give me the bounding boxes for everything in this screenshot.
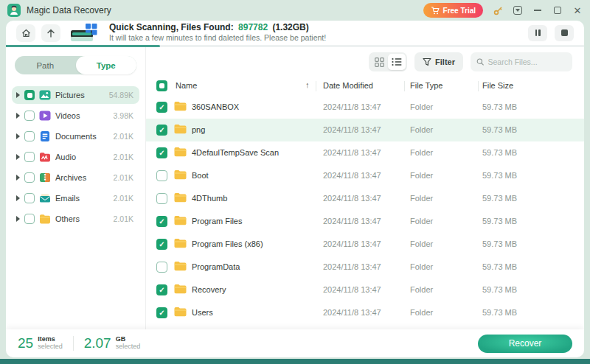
- scan-status-subtitle: It will take a few minutes to find dalet…: [109, 33, 326, 43]
- grid-view-icon: [375, 57, 384, 67]
- checkbox[interactable]: [156, 125, 167, 136]
- home-button[interactable]: [16, 24, 35, 42]
- pictures-icon: [39, 89, 51, 101]
- close-button[interactable]: ✕: [572, 5, 583, 15]
- sidebar-item-count: 2.01K: [114, 132, 133, 141]
- view-toggle: [369, 52, 407, 71]
- filter-icon: [423, 57, 431, 66]
- checkbox[interactable]: [24, 131, 35, 141]
- search-input[interactable]: [487, 57, 566, 66]
- recover-button[interactable]: Recover: [478, 335, 572, 353]
- checkbox[interactable]: [24, 152, 35, 162]
- sidebar-item-label: Videos: [55, 111, 109, 120]
- column-header-name[interactable]: Name: [176, 81, 197, 90]
- tab-type[interactable]: Type: [76, 56, 137, 74]
- minimize-button[interactable]: [532, 5, 543, 15]
- checkbox[interactable]: [24, 193, 35, 203]
- folder-icon: [174, 284, 187, 294]
- column-header-type[interactable]: File Type: [410, 81, 442, 90]
- sidebar-item-videos[interactable]: Videos 3.98K: [12, 107, 139, 125]
- audio-icon: [39, 151, 51, 163]
- maximize-button[interactable]: [552, 5, 563, 15]
- videos-icon: [39, 110, 51, 122]
- search-box: [471, 52, 572, 71]
- expander-icon[interactable]: [16, 216, 20, 222]
- grid-view-button[interactable]: [370, 54, 388, 70]
- table-row[interactable]: 4DThumb 2024/11/8 13:47 Folder 59.73 MB: [146, 187, 584, 210]
- sidebar-item-archives[interactable]: Archives 2.01K: [12, 169, 139, 186]
- stop-scan-button[interactable]: [555, 25, 574, 41]
- others-icon: [39, 213, 51, 225]
- sidebar-item-documents[interactable]: Documents 2.01K: [12, 127, 139, 145]
- column-header-date[interactable]: Date Modified: [323, 81, 373, 90]
- sidebar-item-others[interactable]: Others 2.01K: [12, 210, 139, 228]
- sidebar-item-label: Others: [55, 214, 109, 223]
- table-row[interactable]: ProgramData 2024/11/8 13:47 Folder 59.73…: [146, 256, 584, 279]
- sidebar-item-pictures[interactable]: Pictures 54.89K: [12, 86, 139, 104]
- sidebar-item-count: 3.98K: [114, 111, 133, 120]
- checkbox[interactable]: [24, 172, 35, 183]
- size-selected-stat: 2.07 GB selected: [84, 335, 141, 351]
- checkbox[interactable]: [24, 214, 35, 224]
- list-view-button[interactable]: [388, 54, 406, 70]
- checkbox[interactable]: [156, 307, 167, 318]
- table-row[interactable]: 4DefaulTempSave Scan 2024/11/8 13:47 Fol…: [146, 141, 584, 164]
- checkbox[interactable]: [156, 216, 167, 227]
- file-list-panel: Filter Name ↑ Date Modified File Type: [146, 47, 584, 329]
- tray-icon[interactable]: [513, 5, 523, 15]
- table-row[interactable]: 360SANBOX 2024/11/8 13:47 Folder 59.73 M…: [146, 96, 584, 119]
- size-selected-value: 2.07: [84, 335, 111, 351]
- select-all-checkbox[interactable]: [156, 80, 167, 91]
- expander-icon[interactable]: [16, 113, 20, 119]
- sidebar-item-count: 2.01K: [114, 214, 133, 223]
- table-row[interactable]: Users 2024/11/8 13:47 Folder 59.73 MB: [146, 301, 584, 324]
- folder-icon: [174, 101, 187, 111]
- sidebar-item-emails[interactable]: Emails 2.01K: [12, 189, 139, 207]
- pause-scan-button[interactable]: [528, 25, 547, 41]
- checkbox[interactable]: [156, 147, 167, 158]
- scan-progress-bar: [6, 45, 584, 47]
- expander-icon[interactable]: [16, 92, 20, 98]
- sidebar-item-audio[interactable]: Audio 2.01K: [12, 148, 139, 166]
- scan-status-title: Quick Scanning, Files Found: 897782 (1.3…: [109, 22, 326, 33]
- checkbox[interactable]: [24, 90, 35, 100]
- filter-button[interactable]: Filter: [414, 52, 463, 71]
- checkbox[interactable]: [156, 170, 167, 181]
- folder-icon: [174, 215, 187, 225]
- archives-icon: [39, 172, 51, 183]
- sidebar-item-label: Audio: [55, 153, 109, 161]
- table-row[interactable]: Program Files (x86) 2024/11/8 13:47 Fold…: [146, 233, 584, 256]
- scan-banner: Quick Scanning, Files Found: 897782 (1.3…: [6, 21, 584, 45]
- table-header: Name ↑ Date Modified File Type File Size: [146, 77, 584, 96]
- app-window: Magic Data Recovery Free Trial ✕: [0, 0, 590, 359]
- table-row-selected[interactable]: png 2024/11/8 13:47 Folder 59.73 MB: [146, 119, 584, 141]
- file-rows: 360SANBOX 2024/11/8 13:47 Folder 59.73 M…: [146, 96, 584, 329]
- app-title: Magic Data Recovery: [27, 5, 111, 15]
- expander-icon[interactable]: [16, 175, 20, 181]
- sort-ascending-icon[interactable]: ↑: [305, 80, 310, 89]
- up-button[interactable]: [41, 24, 60, 42]
- key-icon[interactable]: [493, 5, 503, 15]
- items-selected-stat: 25 Items selected: [18, 335, 63, 351]
- files-found-count: 897782: [238, 22, 268, 32]
- sidebar-item-label: Pictures: [55, 91, 105, 99]
- checkbox[interactable]: [24, 111, 35, 121]
- cart-icon: [431, 7, 440, 15]
- checkbox[interactable]: [156, 262, 167, 273]
- expander-icon[interactable]: [16, 133, 20, 139]
- column-header-size[interactable]: File Size: [482, 81, 513, 90]
- footer-bar: 25 Items selected 2.07 GB selected Recov…: [6, 329, 584, 357]
- checkbox[interactable]: [156, 102, 167, 113]
- checkbox[interactable]: [156, 284, 167, 295]
- checkbox[interactable]: [156, 239, 167, 250]
- expander-icon[interactable]: [16, 154, 20, 160]
- path-type-switch: Path Type: [15, 56, 136, 74]
- checkbox[interactable]: [156, 193, 167, 204]
- table-row[interactable]: Recovery 2024/11/8 13:47 Folder 59.73 MB: [146, 279, 584, 301]
- free-trial-button[interactable]: Free Trial: [423, 3, 483, 18]
- sidebar-item-count: 54.89K: [109, 91, 133, 99]
- table-row[interactable]: Boot 2024/11/8 13:47 Folder 59.73 MB: [146, 164, 584, 187]
- table-row[interactable]: Program Files 2024/11/8 13:47 Folder 59.…: [146, 210, 584, 233]
- expander-icon[interactable]: [16, 195, 20, 201]
- tab-path[interactable]: Path: [15, 56, 76, 74]
